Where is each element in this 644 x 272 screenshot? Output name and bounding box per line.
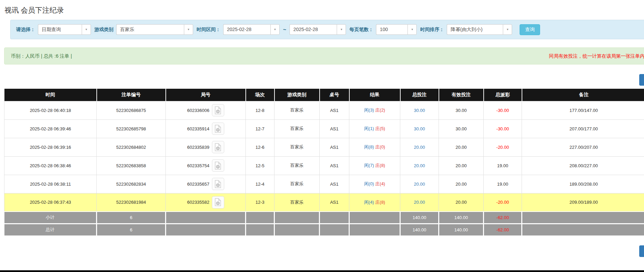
cell-result: 闲(8) 庄(0) — [349, 138, 400, 156]
foot-cell-11 — [522, 212, 644, 224]
foot-cell-10: -62.00 — [484, 224, 522, 235]
foot-cell-3 — [166, 224, 246, 235]
cell-table-no: AS1 — [320, 175, 349, 193]
caret-down-icon[interactable]: ▼ — [337, 24, 346, 35]
query-type-select[interactable]: 日期查询 ▼ — [38, 24, 91, 35]
summary-bar: 币别：人民币 | 总共 :6 注单 | 同局有效投注，统一计算在该局第一张注单内 — [4, 47, 644, 65]
cell-round: 602336006 — [166, 101, 246, 119]
round-number: 602335839 — [187, 145, 209, 150]
foot-cell-5 — [274, 224, 320, 235]
summary-text: 币别：人民币 | 总共 :6 注单 | — [11, 48, 72, 64]
video-file-icon[interactable] — [212, 159, 224, 172]
caret-down-icon[interactable]: ▼ — [503, 24, 512, 35]
date-from-value[interactable]: 2025-02-28 — [223, 24, 270, 35]
date-from-select[interactable]: 2025-02-28 ▼ — [223, 24, 280, 35]
sort-select[interactable]: 降幂(由大到小) ▼ — [447, 24, 512, 35]
cell-time: 2025-02-28 06:38:46 — [4, 156, 97, 175]
video-file-icon[interactable] — [212, 141, 224, 153]
sort-value[interactable]: 降幂(由大到小) — [447, 24, 503, 35]
foot-cell-4 — [246, 212, 274, 224]
foot-cell-6 — [320, 224, 349, 235]
game-type-select[interactable]: 百家乐 ▼ — [116, 24, 193, 35]
round-number: 602335657 — [187, 182, 209, 187]
cell-bet-id: 522302685798 — [97, 119, 166, 138]
bet-records-table: 时间注单编号局号场次游戏类别桌号结果总投注有效投注总派彩备注 2025-02-2… — [4, 89, 644, 235]
result-player: 闲(4) — [364, 200, 374, 205]
per-page-value[interactable]: 100 — [376, 24, 407, 35]
column-header-2: 注单编号 — [97, 89, 166, 101]
cell-payout: -20.00 — [484, 193, 522, 212]
export-button-top[interactable] — [639, 74, 644, 86]
result-player: 闲(3) — [364, 108, 374, 113]
cell-remark: 207.00/177.00 — [522, 119, 644, 138]
cell-round: 602335914 — [166, 119, 246, 138]
foot-cell-3 — [166, 212, 246, 224]
total-bet-link[interactable]: 20.00 — [414, 163, 425, 168]
cell-bet-id: 522302682834 — [97, 175, 166, 193]
foot-cell-8: 140.00 — [400, 212, 439, 224]
summary-note: 同局有效投注，统一计算在该局第一张注单内 — [549, 48, 644, 64]
total-bet-link[interactable]: 20.00 — [414, 145, 425, 150]
foot-cell-1: 小计 — [4, 212, 97, 224]
foot-cell-7 — [349, 212, 400, 224]
column-header-11: 备注 — [522, 89, 644, 101]
cell-payout: -30.00 — [484, 101, 522, 119]
table-header-row: 时间注单编号局号场次游戏类别桌号结果总投注有效投注总派彩备注 — [4, 89, 644, 101]
search-button[interactable]: 查询 — [520, 24, 540, 35]
filter-bar: 请选择： 日期查询 ▼ 游戏类别 百家乐 ▼ 时间区间： 2025-02-28 … — [10, 20, 644, 39]
cell-session: 12-7 — [246, 119, 274, 138]
round-number: 602335582 — [187, 200, 209, 205]
foot-cell-2: 6 — [97, 212, 166, 224]
cell-time: 2025-02-28 06:39:16 — [4, 138, 97, 156]
video-file-icon[interactable] — [212, 123, 224, 135]
foot-cell-9: 140.00 — [439, 224, 484, 235]
caret-down-icon[interactable]: ▼ — [270, 24, 280, 35]
cell-payout: -30.00 — [484, 119, 522, 138]
column-header-1: 时间 — [4, 89, 97, 101]
foot-cell-4 — [246, 224, 274, 235]
date-to-value[interactable]: 2025-02-28 — [290, 24, 337, 35]
column-header-8: 总投注 — [400, 89, 439, 101]
caret-down-icon[interactable]: ▼ — [184, 24, 193, 35]
round-wrap: 602336006 — [166, 104, 245, 116]
round-wrap: 602335754 — [166, 159, 245, 172]
date-to-select[interactable]: 2025-02-28 ▼ — [290, 24, 346, 35]
video-file-icon[interactable] — [212, 196, 224, 209]
cell-bet-id: 522302686875 — [97, 101, 166, 119]
page-title: 视讯 会员下注纪录 — [4, 5, 64, 15]
game-type-label: 游戏类别 — [94, 27, 113, 33]
round-number: 602335754 — [187, 163, 209, 168]
foot-cell-11 — [522, 224, 644, 235]
total-bet-link[interactable]: 30.00 — [414, 108, 425, 113]
total-row: 总计6140.00140.00-62.00 — [4, 224, 644, 235]
caret-down-icon[interactable]: ▼ — [407, 24, 417, 35]
per-page-select[interactable]: 100 ▼ — [376, 24, 417, 35]
video-file-icon[interactable] — [212, 104, 224, 116]
game-type-value[interactable]: 百家乐 — [116, 24, 184, 35]
caret-down-icon[interactable]: ▼ — [82, 24, 91, 35]
total-bet-link[interactable]: 20.00 — [414, 200, 425, 205]
cell-total-bet: 20.00 — [400, 175, 439, 193]
bottom-bar — [0, 270, 644, 272]
cell-valid-bet: 20.00 — [439, 175, 484, 193]
cell-session: 12-8 — [246, 101, 274, 119]
cell-remark: 177.00/147.00 — [522, 101, 644, 119]
export-button-bottom[interactable] — [639, 245, 644, 257]
cell-round: 602335657 — [166, 175, 246, 193]
round-wrap: 602335839 — [166, 141, 245, 153]
cell-bet-id: 522302683858 — [97, 156, 166, 175]
cell-game-type: 百家乐 — [274, 138, 320, 156]
total-bet-link[interactable]: 20.00 — [414, 182, 425, 187]
result-player: 闲(0) — [364, 181, 374, 186]
total-bet-link[interactable]: 30.00 — [414, 126, 425, 131]
table-row: 2025-02-28 06:37:43522302681984602335582… — [4, 193, 644, 212]
query-type-value[interactable]: 日期查询 — [38, 24, 82, 35]
column-header-9: 有效投注 — [439, 89, 484, 101]
table-row: 2025-02-28 06:39:16522302684802602335839… — [4, 138, 644, 156]
result-banker: 庄(4) — [375, 181, 385, 186]
cell-session: 12-3 — [246, 193, 274, 212]
video-file-icon[interactable] — [212, 178, 224, 190]
foot-cell-2: 6 — [97, 224, 166, 235]
result-banker: 庄(8) — [375, 163, 385, 168]
result-banker: 庄(0) — [375, 144, 385, 149]
